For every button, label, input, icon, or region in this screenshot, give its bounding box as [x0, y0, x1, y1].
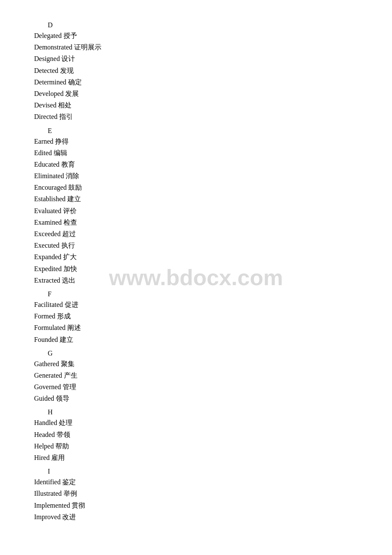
entry-determined: Determined 确定 [34, 76, 358, 88]
entry-implemented: Implemented 贯彻 [34, 500, 358, 511]
entry-devised: Devised 相处 [34, 99, 358, 111]
entry-improved: Improved 改进 [34, 511, 358, 523]
entry-developed: Developed 发展 [34, 88, 358, 99]
entry-generated: Generated 产生 [34, 370, 358, 381]
entry-designed: Designed 设计 [34, 53, 358, 64]
entry-examined: Examined 检查 [34, 217, 358, 228]
section-I: IIdentified 鉴定Illustrated 举例Implemented … [34, 468, 358, 523]
entry-expedited: Expedited 加快 [34, 263, 358, 275]
entry-educated: Educated 教育 [34, 159, 358, 170]
entry-expanded: Expanded 扩大 [34, 251, 358, 263]
entry-exceeded: Exceeded 超过 [34, 228, 358, 240]
entry-executed: Executed 执行 [34, 240, 358, 251]
entry-established: Established 建立 [34, 193, 358, 205]
entry-headed: Headed 带领 [34, 429, 358, 440]
entry-facilitated: Facilitated 促进 [34, 299, 358, 310]
section-F: FFacilitated 促进Formed 形成Formulated 阐述Fou… [34, 290, 358, 345]
section-header-I: I [34, 468, 358, 475]
section-header-D: D [34, 21, 358, 29]
entry-guided: Guided 领导 [34, 393, 358, 404]
section-D: DDelegated 授予Demonstrated 证明展示Designed 设… [34, 21, 358, 123]
entry-earned: Earned 挣得 [34, 136, 358, 147]
entry-hired: Hired 雇用 [34, 452, 358, 463]
entry-handled: Handled 处理 [34, 417, 358, 428]
entry-delegated: Delegated 授予 [34, 30, 358, 41]
section-header-F: F [34, 290, 358, 298]
section-header-H: H [34, 408, 358, 416]
entry-identified: Identified 鉴定 [34, 476, 358, 488]
entry-detected: Detected 发现 [34, 65, 358, 76]
entry-encouraged: Encouraged 鼓励 [34, 182, 358, 193]
entry-governed: Governed 管理 [34, 381, 358, 393]
entry-eliminated: Eliminated 消除 [34, 170, 358, 182]
section-E: EEarned 挣得Edited 编辑Educated 教育Eliminated… [34, 127, 358, 286]
entry-extracted: Extracted 选出 [34, 275, 358, 286]
section-G: GGathered 聚集Generated 产生Governed 管理Guide… [34, 350, 358, 405]
section-H: HHandled 处理Headed 带领Helped 帮助Hired 雇用 [34, 408, 358, 463]
entry-illustrated: Illustrated 举例 [34, 488, 358, 499]
entry-helped: Helped 帮助 [34, 440, 358, 452]
entry-gathered: Gathered 聚集 [34, 358, 358, 370]
entry-formed: Formed 形成 [34, 310, 358, 322]
entry-formulated: Formulated 阐述 [34, 322, 358, 333]
entry-directed: Directed 指引 [34, 111, 358, 122]
entry-demonstrated: Demonstrated 证明展示 [34, 41, 358, 53]
section-header-E: E [34, 127, 358, 135]
entry-edited: Edited 编辑 [34, 147, 358, 159]
entry-founded: Founded 建立 [34, 334, 358, 345]
entry-evaluated: Evaluated 评价 [34, 205, 358, 217]
main-content: DDelegated 授予Demonstrated 证明展示Designed 设… [34, 21, 358, 523]
section-header-G: G [34, 350, 358, 357]
